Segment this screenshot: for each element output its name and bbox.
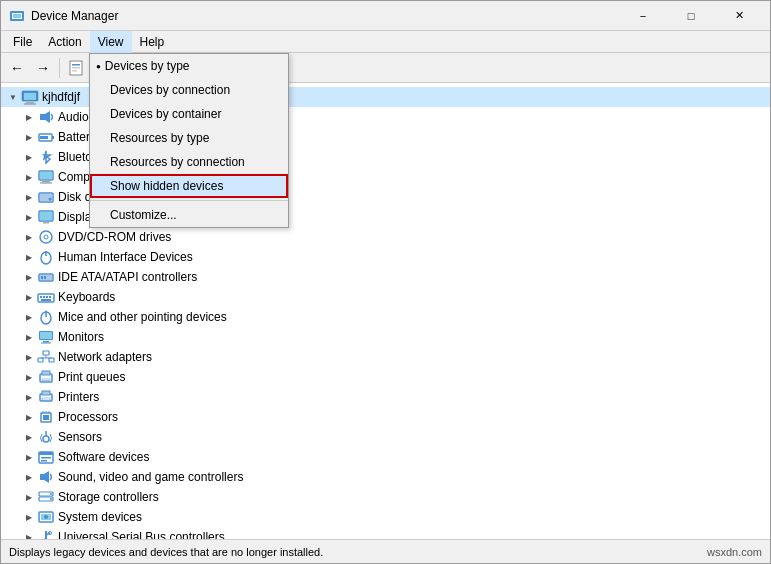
- svg-rect-47: [41, 343, 51, 344]
- tree-processors[interactable]: ▶ Processors: [1, 407, 770, 427]
- tree-network[interactable]: ▶ Network adapters: [1, 347, 770, 367]
- close-button[interactable]: ✕: [716, 6, 762, 26]
- tree-printers[interactable]: ▶ Printers: [1, 387, 770, 407]
- tree-mice[interactable]: ▶ Mice and other pointing devices: [1, 307, 770, 327]
- dvd-expand-icon[interactable]: ▶: [21, 229, 37, 245]
- maximize-button[interactable]: □: [668, 6, 714, 26]
- mice-label: Mice and other pointing devices: [58, 310, 227, 324]
- keyboards-icon: [37, 289, 55, 305]
- menu-bar: File Action View Help Devices by type De…: [1, 31, 770, 53]
- forward-button[interactable]: →: [31, 56, 55, 80]
- system-expand-icon[interactable]: ▶: [21, 509, 37, 525]
- svg-point-75: [50, 493, 52, 495]
- menu-devices-by-container[interactable]: Devices by container: [90, 102, 288, 126]
- ide-label: IDE ATA/ATAPI controllers: [58, 270, 197, 284]
- computer-expand-icon[interactable]: ▶: [21, 169, 37, 185]
- svg-rect-17: [40, 172, 52, 179]
- svg-rect-9: [26, 102, 34, 104]
- tree-system[interactable]: ▶ System devices: [1, 507, 770, 527]
- svg-point-26: [40, 231, 52, 243]
- ide-expand-icon[interactable]: ▶: [21, 269, 37, 285]
- menu-file[interactable]: File: [5, 31, 40, 53]
- menu-action[interactable]: Action: [40, 31, 89, 53]
- svg-rect-34: [44, 276, 46, 279]
- menu-resources-by-type[interactable]: Resources by type: [90, 126, 288, 150]
- status-bar: Displays legacy devices and devices that…: [1, 539, 770, 563]
- svg-marker-72: [44, 471, 49, 483]
- menu-customize[interactable]: Customize...: [90, 203, 288, 227]
- root-expand-icon[interactable]: ▼: [5, 89, 21, 105]
- tree-storage[interactable]: ▶ Storage controllers: [1, 487, 770, 507]
- menu-view[interactable]: View: [90, 31, 132, 53]
- svg-marker-12: [45, 111, 50, 123]
- hid-expand-icon[interactable]: ▶: [21, 249, 37, 265]
- tree-sound[interactable]: ▶ Sound, video and game controllers: [1, 467, 770, 487]
- menu-show-hidden-devices[interactable]: Show hidden devices: [90, 174, 288, 198]
- processors-expand-icon[interactable]: ▶: [21, 409, 37, 425]
- svg-rect-19: [40, 183, 52, 184]
- svg-rect-69: [41, 457, 51, 459]
- tree-dvd[interactable]: ▶ DVD/CD-ROM drives: [1, 227, 770, 247]
- tree-sensors[interactable]: ▶ Sensors: [1, 427, 770, 447]
- svg-point-27: [44, 235, 48, 239]
- usb-icon: [37, 529, 55, 539]
- menu-devices-by-connection[interactable]: Devices by connection: [90, 78, 288, 102]
- tree-software[interactable]: ▶ Software devices: [1, 447, 770, 467]
- monitors-expand-icon[interactable]: ▶: [21, 329, 37, 345]
- printqueues-expand-icon[interactable]: ▶: [21, 369, 37, 385]
- svg-rect-70: [41, 460, 47, 462]
- minimize-button[interactable]: −: [620, 6, 666, 26]
- window-title: Device Manager: [31, 9, 118, 23]
- bluetooth-expand-icon[interactable]: ▶: [21, 149, 37, 165]
- batteries-icon: [37, 129, 55, 145]
- hid-icon: [37, 249, 55, 265]
- tree-ide[interactable]: ▶ IDE ATA/ATAPI controllers: [1, 267, 770, 287]
- audio-expand-icon[interactable]: ▶: [21, 109, 37, 125]
- svg-point-43: [45, 311, 47, 313]
- tree-printqueues[interactable]: ▶ Print queues: [1, 367, 770, 387]
- processors-icon: [37, 409, 55, 425]
- brand-label: wsxdn.com: [707, 546, 762, 558]
- printqueues-icon: [37, 369, 55, 385]
- tree-hid[interactable]: ▶ Human Interface Devices: [1, 247, 770, 267]
- diskdrives-expand-icon[interactable]: ▶: [21, 189, 37, 205]
- svg-rect-39: [49, 296, 51, 298]
- svg-rect-15: [52, 136, 54, 139]
- root-label: kjhdfdjf: [42, 90, 80, 104]
- usb-expand-icon[interactable]: ▶: [21, 529, 37, 539]
- device-manager-window: Device Manager − □ ✕ File Action View He…: [0, 0, 771, 564]
- properties-button[interactable]: [64, 56, 88, 80]
- monitors-label: Monitors: [58, 330, 104, 344]
- menu-resources-by-connection[interactable]: Resources by connection: [90, 150, 288, 174]
- menu-devices-by-type[interactable]: Devices by type: [90, 54, 288, 78]
- sound-expand-icon[interactable]: ▶: [21, 469, 37, 485]
- svg-rect-56: [42, 379, 50, 381]
- back-button[interactable]: ←: [5, 56, 29, 80]
- bluetooth-icon: [37, 149, 55, 165]
- svg-rect-59: [42, 398, 50, 400]
- storage-icon: [37, 489, 55, 505]
- menu-help[interactable]: Help: [132, 31, 173, 53]
- svg-rect-10: [24, 104, 36, 105]
- svg-rect-38: [46, 296, 48, 298]
- tree-monitors[interactable]: ▶ Monitors: [1, 327, 770, 347]
- display-expand-icon[interactable]: ▶: [21, 209, 37, 225]
- mice-expand-icon[interactable]: ▶: [21, 309, 37, 325]
- tree-usb[interactable]: ▶ Universal Serial Bus controllers: [1, 527, 770, 539]
- svg-rect-50: [49, 358, 54, 362]
- printers-expand-icon[interactable]: ▶: [21, 389, 37, 405]
- svg-point-22: [49, 198, 52, 201]
- network-expand-icon[interactable]: ▶: [21, 349, 37, 365]
- diskdrives-icon: [37, 189, 55, 205]
- batteries-expand-icon[interactable]: ▶: [21, 129, 37, 145]
- toolbar-separator: [59, 58, 60, 78]
- keyboards-expand-icon[interactable]: ▶: [21, 289, 37, 305]
- tree-keyboards[interactable]: ▶ Keyboards: [1, 287, 770, 307]
- storage-expand-icon[interactable]: ▶: [21, 489, 37, 505]
- software-expand-icon[interactable]: ▶: [21, 449, 37, 465]
- system-label: System devices: [58, 510, 142, 524]
- svg-rect-2: [13, 14, 21, 18]
- svg-rect-71: [40, 474, 44, 480]
- svg-rect-33: [41, 276, 43, 279]
- sensors-expand-icon[interactable]: ▶: [21, 429, 37, 445]
